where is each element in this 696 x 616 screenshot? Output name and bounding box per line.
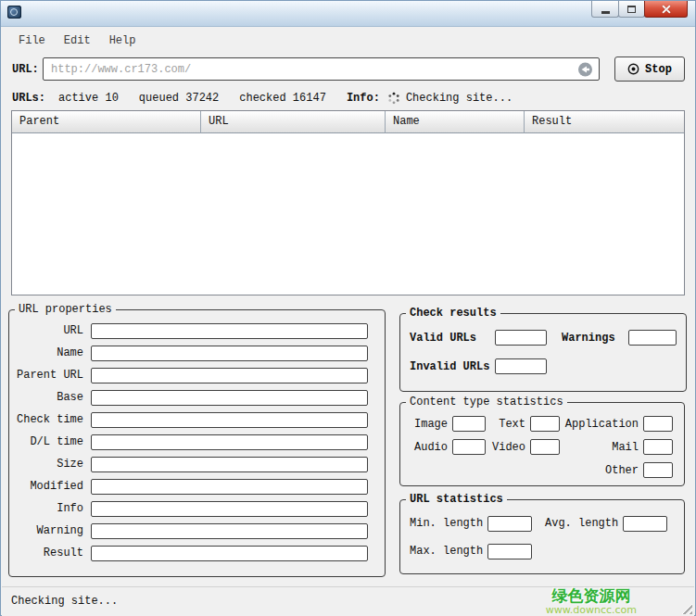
video-label: Video bbox=[489, 441, 530, 454]
avg-length-label: Avg. length bbox=[545, 517, 623, 530]
video-count[interactable] bbox=[530, 439, 560, 455]
stop-button-label: Stop bbox=[645, 63, 672, 76]
minimize-icon bbox=[601, 11, 610, 14]
content-type-statistics-group: Content type statistics Image Text Appli… bbox=[399, 396, 685, 486]
watermark-site-url: www.downcc.com bbox=[546, 605, 637, 616]
min-length-label: Min. length bbox=[410, 517, 487, 530]
column-header-result[interactable]: Result bbox=[525, 111, 684, 133]
field-label-name: Name bbox=[9, 346, 91, 359]
maximize-icon bbox=[627, 6, 636, 13]
app-icon[interactable] bbox=[7, 6, 21, 19]
content-type-statistics-title: Content type statistics bbox=[406, 396, 567, 409]
field-modified[interactable] bbox=[91, 479, 368, 495]
audio-count[interactable] bbox=[452, 439, 486, 455]
results-table: Parent URL Name Result bbox=[11, 110, 685, 295]
status-bar-text: Checking site... bbox=[11, 595, 118, 608]
field-url[interactable] bbox=[91, 323, 368, 339]
field-label-size: Size bbox=[9, 458, 91, 471]
url-input[interactable] bbox=[43, 57, 600, 81]
clear-url-icon[interactable] bbox=[577, 62, 593, 77]
url-statistics-group: URL statistics Min. length Avg. length M… bbox=[399, 493, 685, 574]
field-result[interactable] bbox=[91, 546, 368, 561]
field-label-check-time: Check time bbox=[9, 413, 91, 426]
text-count[interactable] bbox=[530, 416, 560, 432]
menu-help[interactable]: Help bbox=[100, 31, 146, 51]
mail-count[interactable] bbox=[643, 439, 673, 455]
url-properties-title: URL properties bbox=[15, 303, 116, 316]
queued-count: queued 37242 bbox=[139, 92, 219, 105]
table-header: Parent URL Name Result bbox=[12, 111, 684, 133]
close-button[interactable] bbox=[644, 1, 688, 18]
field-check-time[interactable] bbox=[91, 412, 368, 428]
checked-count: checked 16147 bbox=[239, 92, 326, 105]
min-length-value[interactable] bbox=[487, 516, 532, 532]
field-parent-url[interactable] bbox=[91, 368, 368, 383]
warnings-label: Warnings bbox=[562, 332, 628, 345]
field-label-info: Info bbox=[9, 502, 91, 515]
field-label-parent-url: Parent URL bbox=[9, 369, 91, 382]
check-results-group: Check results Valid URLs Warnings Invali… bbox=[399, 307, 687, 392]
field-label-modified: Modified bbox=[9, 480, 91, 493]
window-controls bbox=[592, 1, 688, 18]
column-header-name[interactable]: Name bbox=[386, 111, 525, 133]
watermark-site-name: 绿色资源网 bbox=[546, 587, 637, 605]
url-statistics-title: URL statistics bbox=[406, 493, 507, 506]
image-label: Image bbox=[408, 418, 452, 431]
column-header-url[interactable]: URL bbox=[201, 111, 386, 133]
resize-grip[interactable] bbox=[680, 602, 692, 614]
field-info[interactable] bbox=[91, 501, 368, 517]
field-base[interactable] bbox=[91, 390, 368, 406]
field-label-base: Base bbox=[9, 391, 91, 404]
stop-button[interactable]: Stop bbox=[614, 57, 685, 82]
audio-label: Audio bbox=[408, 441, 452, 454]
check-results-title: Check results bbox=[406, 307, 500, 320]
column-header-parent[interactable]: Parent bbox=[12, 111, 201, 133]
field-label-url: URL bbox=[9, 324, 91, 337]
field-size[interactable] bbox=[91, 457, 368, 472]
status-line: URLs: active 10 queued 37242 checked 161… bbox=[12, 91, 686, 106]
avg-length-value[interactable] bbox=[623, 516, 667, 532]
field-name[interactable] bbox=[91, 346, 368, 361]
application-label: Application bbox=[563, 418, 643, 431]
info-text: Checking site... bbox=[406, 92, 513, 105]
field-dl-time[interactable] bbox=[91, 434, 368, 450]
invalid-urls-value[interactable] bbox=[495, 358, 547, 374]
watermark: 绿色资源网 www.downcc.com bbox=[546, 587, 637, 616]
invalid-urls-label: Invalid URLs bbox=[410, 360, 495, 373]
max-length-label: Max. length bbox=[410, 545, 487, 558]
status-bar: Checking site... 绿色资源网 www.downcc.com bbox=[2, 586, 694, 616]
urls-label: URLs: bbox=[12, 92, 45, 105]
field-label-warning: Warning bbox=[9, 524, 91, 537]
menu-file[interactable]: File bbox=[9, 31, 55, 51]
table-body bbox=[12, 133, 684, 295]
title-bar[interactable] bbox=[1, 1, 695, 27]
mail-label: Mail bbox=[563, 441, 643, 454]
valid-urls-label: Valid URLs bbox=[410, 332, 495, 345]
image-count[interactable] bbox=[452, 416, 486, 432]
minimize-button[interactable] bbox=[591, 1, 619, 18]
url-label: URL: bbox=[12, 63, 39, 76]
field-label-dl-time: D/L time bbox=[9, 435, 91, 448]
field-warning[interactable] bbox=[91, 523, 368, 539]
application-count[interactable] bbox=[643, 416, 673, 432]
active-count: active 10 bbox=[58, 92, 119, 105]
text-label: Text bbox=[489, 418, 530, 431]
field-label-result: Result bbox=[9, 547, 91, 559]
application-window: File Edit Help URL: Stop URLs: active 10… bbox=[0, 0, 696, 616]
menu-bar: File Edit Help bbox=[2, 28, 694, 53]
warnings-value[interactable] bbox=[628, 330, 677, 346]
other-count[interactable] bbox=[643, 462, 673, 478]
record-icon bbox=[627, 63, 639, 75]
spinner-icon bbox=[387, 92, 400, 105]
max-length-value[interactable] bbox=[487, 544, 532, 559]
url-properties-group: URL properties URL Name Parent URL Base … bbox=[8, 303, 386, 577]
other-label: Other bbox=[563, 464, 643, 477]
info-label: Info: bbox=[347, 92, 380, 105]
menu-edit[interactable]: Edit bbox=[55, 31, 100, 51]
maximize-button[interactable] bbox=[618, 1, 645, 18]
valid-urls-value[interactable] bbox=[495, 330, 547, 346]
